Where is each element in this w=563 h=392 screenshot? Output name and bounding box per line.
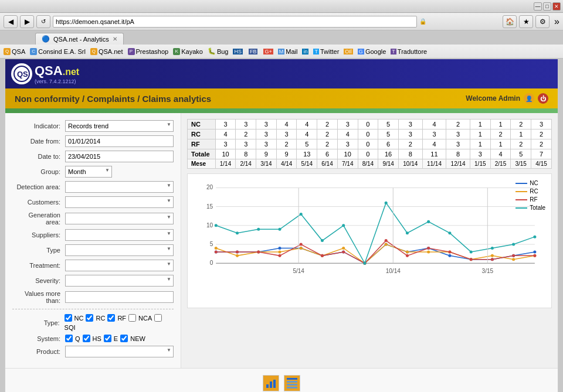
legend-rc: RC <box>515 188 545 195</box>
indicator-select[interactable]: Records trend <box>65 120 174 132</box>
suppliers-select[interactable] <box>65 229 174 241</box>
customers-select[interactable] <box>65 196 174 208</box>
indicator-label: Indicator: <box>12 122 65 129</box>
page-header: QS QSA.net (vers. 7.4.2.1212) <box>5 59 558 88</box>
table-row: NC3334423053421123 <box>188 120 552 129</box>
bookmark-consind-icon: C <box>30 48 37 55</box>
system-hs-label: HS <box>93 335 101 342</box>
generation-area-label: Generation area: <box>12 212 65 226</box>
detection-area-select[interactable] <box>65 181 174 193</box>
chart-dot-totale <box>533 236 536 238</box>
severity-select[interactable] <box>65 275 174 287</box>
logo-text-area: QSA.net (vers. 7.4.2.1212) <box>35 63 79 84</box>
back-button[interactable]: ◀ <box>4 15 18 28</box>
detection-area-select-wrapper <box>65 181 174 193</box>
svg-rect-24 <box>287 384 297 386</box>
type-rc-checkbox[interactable] <box>86 314 93 322</box>
type-rf-checkbox[interactable] <box>107 314 115 322</box>
power-button[interactable]: ⏻ <box>538 93 548 104</box>
tab-favicon: 🔵 <box>42 35 50 43</box>
values-more-than-input[interactable] <box>65 291 174 303</box>
bookmark-traduttore[interactable]: T Traduttore <box>391 48 427 55</box>
minimize-button[interactable]: — <box>534 2 542 11</box>
bookmark-oil[interactable]: OIl <box>344 49 353 54</box>
chart-icon-button[interactable] <box>263 375 279 391</box>
close-button[interactable]: ✕ <box>552 2 561 11</box>
forward-button[interactable]: ▶ <box>20 15 34 28</box>
home-button[interactable]: 🏠 <box>503 15 517 28</box>
bookmark-kayako-icon: K <box>173 48 180 55</box>
mese-cell: 2/15 <box>490 159 511 169</box>
svg-text:0: 0 <box>210 260 213 266</box>
group-row: Group: Month Week Day <box>12 166 174 178</box>
bookmark-qsanet[interactable]: Q QSA.net <box>90 48 123 55</box>
bookmark-fb[interactable]: FB <box>249 49 259 54</box>
chart-dot-totale <box>427 220 430 223</box>
more-button[interactable]: » <box>554 16 559 27</box>
bookmark-gplus[interactable]: G+ <box>263 49 273 54</box>
table-cell: 4 <box>422 139 446 149</box>
bookmark-twitter[interactable]: T Twitter <box>313 48 339 55</box>
table-cell: 3 <box>256 120 277 129</box>
system-hs-checkbox[interactable] <box>83 335 90 342</box>
bookmark-bug[interactable]: 🐛 Bug <box>208 47 229 55</box>
address-bar[interactable] <box>53 16 417 28</box>
system-new-checkbox[interactable] <box>120 335 128 342</box>
bookmark-qsa[interactable]: Q QSA <box>4 48 25 55</box>
bookmark-kayako[interactable]: K Kayako <box>173 48 203 55</box>
type-nca-checkbox[interactable] <box>128 314 136 322</box>
type2-label: Type: <box>12 319 65 326</box>
type-nc-checkbox[interactable] <box>65 314 72 322</box>
chart-dot-rf <box>257 250 260 253</box>
mese-cell: 7/14 <box>337 159 358 169</box>
tab-close-button[interactable]: ✕ <box>113 36 117 42</box>
product-select[interactable] <box>65 346 174 357</box>
table-cell: 3 <box>236 139 256 149</box>
chart-dot-rf <box>236 250 239 253</box>
system-q-checkbox[interactable] <box>65 335 73 342</box>
group-select[interactable]: Month Week Day <box>65 166 112 178</box>
detection-area-row: Detection area: <box>12 181 174 193</box>
bookmark-qsa-label: QSA <box>12 48 25 55</box>
type-sqi-checkbox[interactable] <box>154 314 162 322</box>
table-cell: 2 <box>317 139 338 149</box>
bookmark-google[interactable]: G Google <box>358 48 386 55</box>
generation-area-select[interactable] <box>65 213 174 224</box>
maximize-button[interactable]: □ <box>543 2 551 11</box>
settings-button[interactable]: ⚙ <box>535 15 550 28</box>
browser-nav: ◀ ▶ ↺ 🔒 🏠 ★ ⚙ » <box>0 13 563 30</box>
table-cell: 2 <box>490 129 511 139</box>
table-icon-button[interactable] <box>284 375 300 391</box>
bookmark-mail[interactable]: M Mail <box>278 48 298 55</box>
chart-dot-totale <box>512 243 515 246</box>
bookmark-consind[interactable]: C Consind E.A. Srl <box>30 48 86 55</box>
active-tab[interactable]: 🔵 QSA.net - Analytics ✕ <box>35 33 124 45</box>
table-cell: 3 <box>276 129 297 139</box>
refresh-button[interactable]: ↺ <box>36 15 50 28</box>
type-select[interactable] <box>65 244 174 256</box>
table-cell: 2 <box>317 129 338 139</box>
mese-cell: 6/14 <box>317 159 338 169</box>
treatment-select[interactable] <box>65 260 174 271</box>
system-e-checkbox[interactable] <box>104 335 111 342</box>
bookmark-hs[interactable]: HS <box>233 49 244 54</box>
bookmark-gplus-icon: G+ <box>263 49 273 54</box>
generation-area-row: Generation area: <box>12 212 174 226</box>
treatment-select-wrapper <box>65 260 174 271</box>
detection-area-label: Detection area: <box>12 183 65 190</box>
user-icon-button[interactable]: 👤 <box>524 93 534 104</box>
date-from-input[interactable] <box>65 135 174 147</box>
bookmark-linkedin[interactable]: in <box>302 49 308 54</box>
bookmark-prestashop[interactable]: P Prestashop <box>128 48 169 55</box>
svg-rect-22 <box>287 378 297 380</box>
table-cell: 4 <box>276 120 297 129</box>
bookmark-qsanet-label: QSA.net <box>99 48 123 55</box>
chart-dot-rf <box>533 254 536 257</box>
table-cell: 2 <box>531 129 552 139</box>
table-cell: 10 <box>337 149 358 159</box>
logo-area: QS QSA.net (vers. 7.4.2.1212) <box>11 63 79 84</box>
table-cell: 2 <box>236 129 256 139</box>
date-to-input[interactable] <box>65 151 174 162</box>
severity-label: Severity: <box>12 277 65 284</box>
bookmark-button[interactable]: ★ <box>519 15 533 28</box>
